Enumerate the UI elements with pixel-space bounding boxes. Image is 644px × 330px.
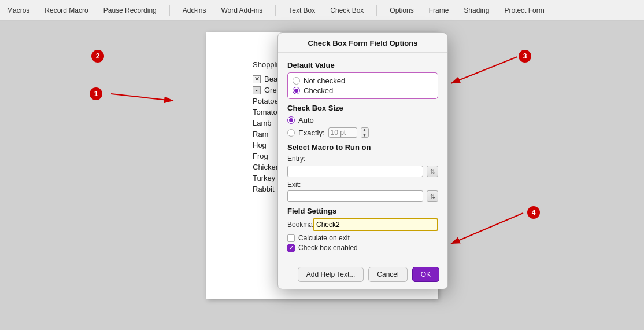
annotation-2: 2 (91, 50, 104, 63)
exit-input[interactable] (287, 190, 423, 202)
menu-options[interactable]: Options (387, 5, 416, 16)
menu-macros[interactable]: Macros (5, 5, 32, 16)
size-input[interactable] (328, 127, 357, 138)
exit-input-row: ⇅ (287, 190, 438, 202)
checkbox-greens[interactable]: ▪ (253, 86, 261, 94)
size-spinner[interactable]: ▲ ▼ (361, 127, 369, 138)
entry-dropdown[interactable]: ⇅ (427, 166, 438, 177)
checkbox-beans[interactable]: ✕ (253, 75, 261, 83)
calculate-exit-label: Calculate on exit (298, 234, 350, 242)
bookmark-row: Bookmark: (287, 218, 438, 231)
check-box-enabled-row: Check box enabled (287, 244, 438, 252)
radio-not-checked-row[interactable]: Not checked (293, 76, 433, 86)
menu-record-macro[interactable]: Record Macro (42, 5, 90, 16)
calculate-exit-checkbox[interactable] (287, 234, 295, 242)
size-auto-row[interactable]: Auto (287, 115, 438, 125)
exit-row: Exit: (287, 181, 438, 189)
annotation-1: 1 (90, 87, 102, 100)
svg-line-5 (451, 57, 517, 83)
radio-auto-label: Auto (298, 116, 314, 124)
separator-3 (376, 5, 377, 16)
exit-label: Exit: (287, 181, 309, 189)
add-help-text-button[interactable]: Add Help Text... (298, 267, 364, 282)
select-macro-label: Select Macro to Run on (287, 143, 438, 152)
radio-checked-label: Checked (304, 86, 333, 95)
exit-dropdown[interactable]: ⇅ (427, 190, 438, 202)
menubar: Macros Record Macro Pause Recording Add-… (0, 0, 644, 21)
dialog-footer: Add Help Text... Cancel OK (278, 262, 447, 289)
radio-exactly[interactable] (287, 129, 295, 137)
dialog-body: Default Value Not checked Checked Check … (278, 53, 447, 259)
default-value-label: Default Value (287, 61, 438, 69)
annotation-4: 4 (527, 206, 540, 219)
svg-line-1 (111, 94, 173, 101)
radio-not-checked[interactable] (293, 77, 300, 85)
cancel-button[interactable]: Cancel (368, 267, 407, 282)
menu-check-box[interactable]: Check Box (328, 5, 366, 16)
spinner-down[interactable]: ▼ (361, 133, 368, 138)
svg-line-6 (451, 213, 523, 244)
menu-shading[interactable]: Shading (461, 5, 491, 16)
menu-text-box[interactable]: Text Box (286, 5, 317, 16)
bookmark-input[interactable] (313, 218, 438, 231)
size-exactly-row: Exactly: ▲ ▼ (287, 127, 438, 138)
check-box-enabled-label: Check box enabled (298, 244, 358, 252)
field-settings-label: Field Settings (287, 207, 438, 215)
annotation-3: 3 (519, 50, 531, 63)
entry-input[interactable] (287, 166, 423, 177)
radio-not-checked-label: Not checked (304, 76, 345, 85)
default-value-group: Not checked Checked (287, 72, 438, 99)
main-area: Shopping List ✕ Beans ▪ Greens Potatoes … (0, 21, 644, 330)
separator-1 (169, 5, 170, 16)
check-box-size-label: Check Box Size (287, 104, 438, 112)
dialog-title: Check Box Form Field Options (278, 33, 447, 53)
radio-exactly-label: Exactly: (298, 129, 325, 137)
menu-frame[interactable]: Frame (427, 5, 451, 16)
menu-add-ins[interactable]: Add-ins (180, 5, 209, 16)
separator-2 (275, 5, 276, 16)
calculate-exit-row: Calculate on exit (287, 234, 438, 242)
check-box-enabled-checkbox[interactable] (287, 244, 295, 252)
entry-input-row: ⇅ (287, 166, 438, 177)
ok-button[interactable]: OK (412, 267, 439, 282)
menu-pause-recording[interactable]: Pause Recording (101, 5, 159, 16)
menu-protect-form[interactable]: Protect Form (502, 5, 546, 16)
radio-checked[interactable] (293, 87, 300, 94)
radio-auto[interactable] (287, 116, 295, 124)
entry-row: Entry: (287, 155, 438, 163)
dialog: Check Box Form Field Options Default Val… (277, 32, 448, 289)
entry-label: Entry: (287, 155, 309, 163)
radio-checked-row[interactable]: Checked (293, 86, 433, 96)
menu-word-add-ins[interactable]: Word Add-ins (219, 5, 265, 16)
bookmark-label: Bookmark: (287, 221, 309, 229)
